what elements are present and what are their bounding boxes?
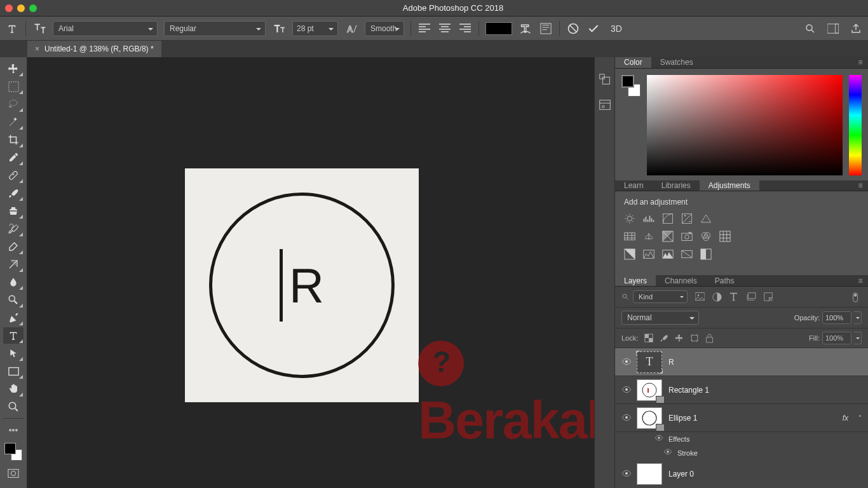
tab-channels[interactable]: Channels — [656, 275, 706, 286]
share-icon[interactable] — [849, 22, 863, 36]
workspace-icon[interactable] — [826, 22, 840, 36]
fill-flyout-icon[interactable] — [854, 332, 862, 344]
text-color-swatch[interactable] — [485, 22, 512, 35]
visibility-icon[interactable] — [621, 414, 630, 423]
tab-learn[interactable]: Learn — [615, 180, 653, 191]
hue-slider[interactable] — [849, 75, 862, 175]
lasso-tool[interactable] — [3, 96, 24, 112]
pen-tool[interactable] — [3, 309, 24, 326]
align-left-icon[interactable] — [417, 22, 431, 36]
chevron-up-icon[interactable]: ˄ — [858, 414, 862, 421]
lock-image-icon[interactable] — [660, 334, 668, 342]
layer-row[interactable]: Ellipse 1 fx ˄ — [615, 404, 868, 432]
document-tab[interactable]: × Untitled-1 @ 138% (R, RGB/8) * — [27, 41, 161, 57]
visibility-icon[interactable] — [654, 435, 663, 444]
brush-tool[interactable] — [3, 185, 24, 201]
foreground-background-colors[interactable] — [4, 443, 22, 461]
panel-menu-icon[interactable]: ≡ — [853, 57, 868, 68]
panel-fgbg-colors[interactable] — [621, 75, 641, 97]
layer-row[interactable]: Layer 0 — [615, 460, 868, 488]
lock-position-icon[interactable] — [675, 334, 684, 342]
font-weight-dropdown[interactable]: Regular — [164, 21, 266, 36]
lock-transparency-icon[interactable] — [644, 334, 653, 342]
vibrance-icon[interactable] — [700, 213, 712, 224]
layer-thumbnail[interactable] — [637, 379, 662, 401]
fill-field[interactable]: 100% — [822, 332, 851, 344]
clone-stamp-tool[interactable] — [3, 203, 24, 219]
canvas-area[interactable]: R ? Berakal.com — [27, 57, 594, 488]
filter-adjustment-icon[interactable] — [712, 292, 722, 302]
layer-thumbnail[interactable]: T — [637, 351, 662, 373]
minimize-window-button[interactable] — [17, 4, 25, 12]
exposure-icon[interactable] — [681, 213, 693, 224]
curves-icon[interactable] — [662, 213, 674, 224]
channel-mixer-icon[interactable] — [700, 231, 712, 242]
visibility-icon[interactable] — [663, 449, 672, 458]
zoom-tool[interactable] — [3, 398, 24, 415]
opacity-field[interactable]: 100% — [822, 311, 851, 324]
threshold-icon[interactable] — [662, 248, 674, 260]
brightness-contrast-icon[interactable] — [624, 213, 635, 224]
effects-row[interactable]: Effects — [654, 432, 868, 446]
layer-thumbnail[interactable] — [637, 407, 662, 429]
tab-swatches[interactable]: Swatches — [651, 57, 702, 68]
close-tab-icon[interactable]: × — [35, 44, 39, 53]
quick-mask-icon[interactable] — [3, 465, 24, 482]
history-panel-icon[interactable] — [598, 72, 612, 86]
posterize-icon[interactable] — [643, 248, 654, 260]
crop-tool[interactable] — [3, 132, 24, 148]
gradient-tool[interactable] — [3, 256, 24, 273]
effect-stroke-row[interactable]: Stroke — [654, 446, 868, 460]
tab-libraries[interactable]: Libraries — [653, 180, 700, 191]
saturation-brightness-picker[interactable] — [647, 75, 843, 175]
filter-kind-dropdown[interactable]: Kind — [633, 290, 688, 303]
layer-name[interactable]: R — [668, 358, 674, 367]
photo-filter-icon[interactable] — [681, 231, 693, 242]
color-balance-icon[interactable] — [643, 231, 654, 242]
blur-tool[interactable] — [3, 274, 24, 290]
lock-artboard-icon[interactable] — [690, 334, 699, 342]
rectangle-tool[interactable] — [3, 363, 24, 379]
layer-name[interactable]: Rectangle 1 — [668, 386, 709, 395]
search-icon[interactable] — [803, 22, 817, 36]
visibility-icon[interactable] — [621, 386, 630, 395]
lock-all-icon[interactable] — [705, 334, 714, 342]
layer-name[interactable]: Ellipse 1 — [668, 414, 697, 423]
eyedropper-tool[interactable] — [3, 149, 24, 166]
color-lookup-icon[interactable] — [719, 231, 731, 242]
edit-toolbar-icon[interactable]: ••• — [3, 422, 24, 438]
maximize-window-button[interactable] — [29, 4, 37, 12]
layer-row[interactable]: T R — [615, 348, 868, 376]
type-tool[interactable] — [3, 327, 24, 344]
path-selection-tool[interactable] — [3, 345, 24, 362]
antialias-dropdown[interactable]: Smooth — [365, 21, 404, 36]
align-right-icon[interactable] — [458, 22, 472, 36]
tab-paths[interactable]: Paths — [706, 275, 743, 286]
layer-thumbnail[interactable] — [637, 463, 662, 485]
panel-menu-icon[interactable]: ≡ — [853, 275, 868, 286]
align-center-icon[interactable] — [438, 22, 452, 36]
eraser-tool[interactable] — [3, 238, 24, 255]
blend-mode-dropdown[interactable]: Normal — [621, 311, 699, 325]
filter-toggle-icon[interactable] — [852, 292, 862, 302]
invert-icon[interactable] — [624, 248, 635, 260]
tab-color[interactable]: Color — [615, 57, 651, 68]
filter-pixel-icon[interactable] — [695, 292, 705, 302]
selective-color-icon[interactable] — [700, 248, 712, 260]
layer-name[interactable]: Layer 0 — [668, 470, 694, 478]
levels-icon[interactable] — [643, 213, 654, 224]
magic-wand-tool[interactable] — [3, 114, 24, 130]
marquee-tool[interactable] — [3, 78, 24, 95]
panel-menu-icon[interactable]: ≡ — [853, 180, 868, 191]
dodge-tool[interactable] — [3, 292, 24, 308]
3d-icon[interactable]: 3D — [607, 22, 626, 36]
font-family-dropdown[interactable]: Arial — [53, 21, 158, 36]
filter-type-icon[interactable] — [729, 292, 739, 302]
filter-shape-icon[interactable] — [747, 292, 756, 302]
healing-brush-tool[interactable] — [3, 167, 24, 184]
opacity-flyout-icon[interactable] — [854, 311, 862, 324]
filter-smart-icon[interactable] — [764, 292, 773, 302]
history-brush-tool[interactable] — [3, 220, 24, 237]
black-white-icon[interactable] — [662, 231, 674, 242]
visibility-icon[interactable] — [621, 358, 630, 367]
